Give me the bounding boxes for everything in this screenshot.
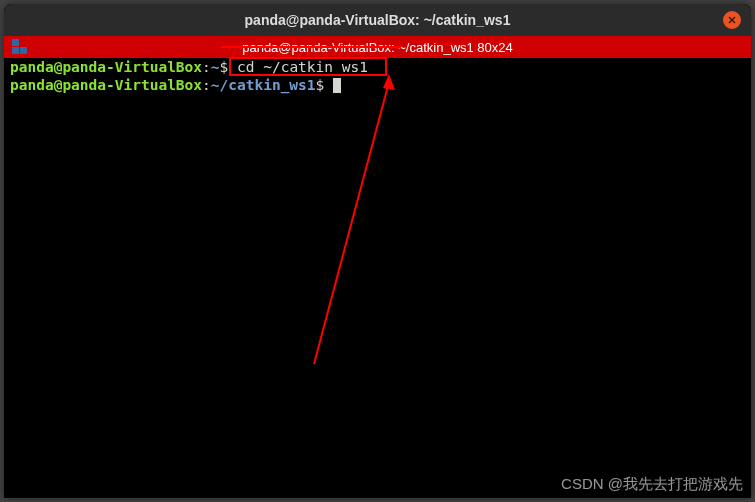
- window-title: panda@panda-VirtualBox: ~/catkin_ws1: [245, 12, 511, 28]
- svg-rect-5: [20, 47, 27, 54]
- svg-rect-2: [12, 39, 19, 46]
- terminal-line: panda@panda-VirtualBox:~/catkin_ws1$: [10, 76, 745, 94]
- prompt-colon: :: [202, 59, 211, 75]
- command-text: cd ~/catkin_ws1: [237, 59, 368, 75]
- titlebar: panda@panda-VirtualBox: ~/catkin_ws1: [4, 4, 751, 36]
- close-button[interactable]: [723, 11, 741, 29]
- prompt-userhost: panda@panda-VirtualBox: [10, 59, 202, 75]
- prompt-userhost: panda@panda-VirtualBox: [10, 77, 202, 93]
- prompt-colon: :: [202, 77, 211, 93]
- terminal-body[interactable]: panda@panda-VirtualBox:~$ cd ~/catkin_ws…: [4, 58, 751, 498]
- annotation-strike: [221, 46, 401, 48]
- size-indicator-bar: panda@panda-VirtualBox: ~/catkin_ws1 80x…: [4, 36, 751, 58]
- watermark-text: CSDN @我先去打把游戏先: [561, 475, 743, 494]
- svg-rect-3: [20, 39, 27, 46]
- close-icon: [727, 15, 737, 25]
- prompt-path: ~/catkin_ws1: [211, 77, 316, 93]
- svg-rect-4: [12, 47, 19, 54]
- terminal-icon: [12, 39, 28, 55]
- terminal-line: panda@panda-VirtualBox:~$ cd ~/catkin_ws…: [10, 58, 745, 76]
- svg-line-6: [314, 82, 389, 364]
- terminal-window: panda@panda-VirtualBox: ~/catkin_ws1 pan…: [4, 4, 751, 498]
- annotation-arrow: [304, 74, 454, 364]
- cursor: [333, 78, 341, 93]
- prompt-dollar: $: [316, 77, 333, 93]
- prompt-path: ~: [211, 59, 220, 75]
- prompt-dollar: $: [220, 59, 237, 75]
